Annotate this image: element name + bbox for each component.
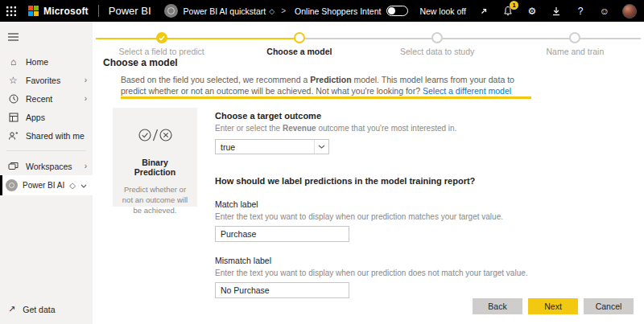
chevron-down-icon: [314, 140, 328, 154]
page-title: Choose a model: [103, 57, 178, 68]
sidebar-item-apps[interactable]: Apps: [0, 108, 93, 126]
target-outcome-description: Enter or select the Revenue outcome that…: [215, 124, 577, 133]
feedback-smiley-icon[interactable]: ☺: [598, 5, 611, 18]
step-upcoming-icon: [569, 32, 580, 43]
app-launcher-button[interactable]: [0, 0, 22, 22]
topbar-divider: [98, 5, 99, 17]
target-field-name: Revenue: [283, 124, 316, 133]
back-button[interactable]: Back: [473, 298, 522, 314]
breadcrumb-page[interactable]: Online Shoppers Intent: [295, 6, 381, 16]
product-name[interactable]: Power BI: [109, 5, 151, 17]
binary-prediction-card[interactable]: Binary Prediction Predict whether or not…: [113, 108, 197, 207]
notifications-bell-icon[interactable]: 1: [502, 5, 514, 18]
premium-diamond-icon: ◇: [69, 181, 76, 190]
dropdown-selected-value: true: [221, 142, 314, 152]
home-icon: ⌂: [8, 56, 19, 67]
download-icon[interactable]: [550, 5, 563, 18]
clock-icon: [8, 93, 19, 104]
breadcrumb-workspace[interactable]: Power BI AI quickstart: [184, 6, 266, 16]
help-icon[interactable]: ?: [574, 5, 587, 18]
mismatch-label-description: Enter the text you want to display when …: [215, 269, 577, 277]
expand-icon[interactable]: [477, 5, 490, 18]
chevron-right-icon: ›: [85, 162, 87, 170]
external-arrow-icon: ↗: [8, 304, 15, 314]
star-icon: ☆: [8, 75, 19, 85]
model-recommendation-text: Based on the field you selected, we reco…: [121, 74, 531, 96]
power-bi-app: Microsoft Power BI Power BI AI quickstar…: [0, 0, 644, 324]
sidebar-item-shared-with-me[interactable]: Shared with me: [0, 126, 93, 145]
wizard-stepper: Select a field to predict Choose a model…: [93, 27, 644, 61]
step-select-field[interactable]: Select a field to predict: [93, 27, 230, 56]
match-label-heading: Match label: [215, 199, 577, 209]
topbar-actions: New look off 1 ⚙ ? ☺: [386, 4, 644, 18]
get-data-label: Get data: [23, 305, 55, 314]
get-data-button[interactable]: ↗ Get data: [8, 304, 56, 314]
sidebar-item-home[interactable]: ⌂ Home: [0, 52, 93, 71]
model-config-form: Choose a target outcome Enter or select …: [215, 108, 577, 298]
match-label-description: Enter the text you want to display when …: [215, 212, 577, 221]
people-icon: [8, 130, 19, 141]
step-name-train[interactable]: Name and train: [506, 27, 644, 56]
top-bar: Microsoft Power BI Power BI AI quickstar…: [0, 0, 644, 22]
new-look-label: New look off: [419, 6, 466, 16]
model-card-description: Predict whether or not an outcome will b…: [121, 185, 189, 215]
chevron-down-icon: [80, 181, 87, 190]
select-different-model-link[interactable]: Select a different model: [423, 86, 511, 96]
sidebar: ⌂ Home ☆ Favorites › Recent › Apps: [0, 22, 93, 324]
binary-prediction-icon: [121, 127, 189, 146]
match-label-input[interactable]: [215, 226, 349, 242]
sidebar-item-current-workspace[interactable]: Power BI AI q... ◇: [0, 175, 93, 195]
mismatch-label-input[interactable]: [215, 282, 349, 298]
settings-gear-icon[interactable]: ⚙: [526, 5, 539, 18]
step-complete-icon: [156, 32, 167, 43]
labels-section-title: How should we label predictions in the m…: [215, 176, 577, 186]
chevron-right-icon: ›: [85, 76, 87, 84]
model-card-title: Binary Prediction: [121, 158, 189, 177]
profile-avatar[interactable]: [622, 4, 637, 18]
recommended-model-name: Prediction: [310, 75, 351, 84]
target-outcome-dropdown[interactable]: true: [215, 139, 329, 154]
hamburger-menu-icon[interactable]: [8, 30, 19, 44]
notification-badge: 1: [510, 1, 518, 10]
sidebar-item-favorites[interactable]: ☆ Favorites ›: [0, 71, 93, 89]
sidebar-divider: [6, 150, 86, 151]
premium-diamond-icon: ◇: [269, 7, 275, 15]
next-button[interactable]: Next: [528, 298, 578, 314]
new-look-toggle[interactable]: [386, 6, 408, 16]
microsoft-wordmark: Microsoft: [43, 6, 89, 17]
step-upcoming-icon: [431, 32, 443, 43]
workspace-avatar: [6, 179, 18, 191]
breadcrumb-separator: >: [281, 6, 286, 15]
cancel-button[interactable]: Cancel: [584, 298, 634, 314]
workspaces-icon: [8, 161, 19, 171]
apps-icon: [8, 112, 19, 122]
workspace-avatar: [164, 4, 178, 18]
target-outcome-title: Choose a target outcome: [215, 111, 577, 121]
chevron-right-icon: ›: [85, 94, 87, 103]
step-current-icon: [294, 32, 305, 43]
waffle-icon: [6, 6, 16, 16]
sidebar-item-workspaces[interactable]: Workspaces ›: [0, 157, 93, 175]
step-select-data[interactable]: Select data to study: [369, 27, 506, 56]
wizard-footer: Back Next Cancel: [473, 298, 634, 314]
microsoft-logo-icon: [28, 6, 39, 16]
mismatch-label-heading: Mismatch label: [215, 256, 577, 265]
step-choose-model[interactable]: Choose a model: [230, 27, 368, 56]
main-content: Select a field to predict Choose a model…: [93, 22, 644, 324]
sidebar-item-recent[interactable]: Recent ›: [0, 89, 93, 108]
accent-divider: [121, 96, 531, 99]
